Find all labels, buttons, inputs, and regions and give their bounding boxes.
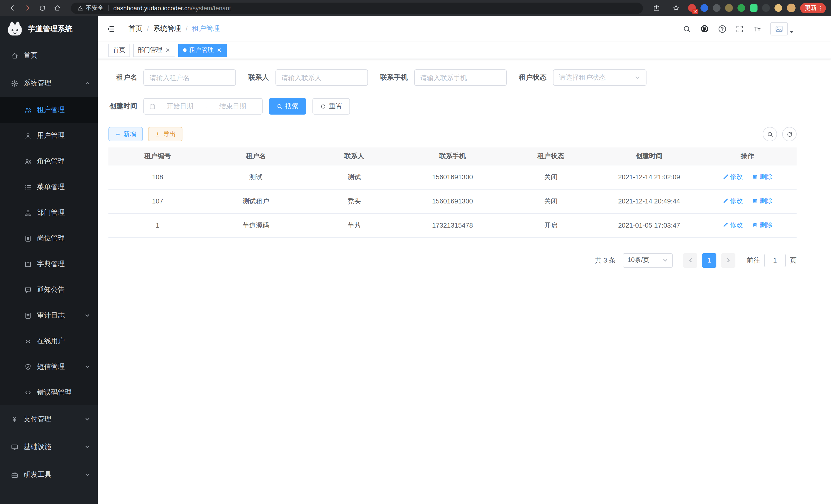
create-time-label: 创建时间	[109, 102, 137, 111]
prev-page-button[interactable]	[683, 253, 697, 267]
edit-link[interactable]: 修改	[722, 197, 743, 206]
font-size-icon[interactable]	[753, 24, 762, 33]
contact-input[interactable]	[275, 69, 368, 86]
delete-link[interactable]: 删除	[752, 173, 772, 181]
page-size-select[interactable]: 10条/页	[623, 253, 673, 267]
filter-row-2: 创建时间 开始日期 - 结束日期 搜索 重置	[109, 98, 797, 115]
fullscreen-icon[interactable]	[736, 24, 744, 33]
security-warning-icon[interactable]	[77, 5, 83, 11]
address-bar[interactable]: 不安全 dashboard.yudao.iocoder.cn/system/te…	[71, 2, 643, 13]
create-time-range-picker[interactable]: 开始日期 - 结束日期	[143, 98, 263, 115]
extension-icon[interactable]	[738, 4, 745, 12]
sidebar-item-home[interactable]: 首页	[0, 41, 98, 69]
cell-id: 107	[109, 189, 207, 213]
cell-phone: 17321315478	[403, 213, 502, 237]
extension-icon[interactable]	[700, 4, 708, 12]
cell-contact: 芋艿	[305, 213, 403, 237]
sidebar-item-audit-log[interactable]: 审计日志	[0, 303, 98, 328]
page-number-button[interactable]: 1	[702, 253, 716, 267]
sidebar-item-label: 基础设施	[24, 442, 51, 452]
delete-label: 删除	[760, 173, 772, 181]
search-button[interactable]: 搜索	[269, 98, 306, 115]
chevron-down-icon	[85, 313, 90, 318]
screen: 不安全 dashboard.yudao.iocoder.cn/system/te…	[0, 0, 831, 504]
phone-input[interactable]	[414, 69, 507, 86]
edit-link[interactable]: 修改	[722, 221, 743, 230]
close-icon[interactable]	[217, 47, 222, 53]
goto-page-input[interactable]	[764, 254, 786, 267]
bookmark-star-icon[interactable]	[672, 4, 680, 12]
column-header-name: 租户名	[207, 147, 305, 165]
breadcrumb-item[interactable]: 首页	[128, 24, 142, 33]
sidebar-item-post[interactable]: 岗位管理	[0, 226, 98, 251]
back-icon[interactable]	[9, 4, 17, 12]
extension-icon[interactable]: 10	[688, 4, 696, 12]
close-icon[interactable]	[165, 47, 171, 53]
user-avatar-dropdown[interactable]	[770, 22, 794, 35]
extension-icon[interactable]	[713, 4, 720, 12]
tab-home[interactable]: 首页	[109, 43, 130, 57]
cell-id: 108	[109, 165, 207, 189]
chevron-left-icon	[687, 258, 693, 263]
sidebar-item-infrastructure[interactable]: 基础设施	[0, 433, 98, 461]
extensions-puzzle-icon[interactable]	[762, 4, 770, 12]
extension-icon[interactable]	[774, 4, 782, 12]
toggle-search-button[interactable]	[763, 127, 777, 141]
sidebar-item-system[interactable]: 系统管理	[0, 69, 98, 97]
github-icon[interactable]	[700, 24, 709, 33]
extension-icon[interactable]	[725, 4, 733, 12]
sidebar-item-menu[interactable]: 菜单管理	[0, 174, 98, 200]
next-page-button[interactable]	[721, 253, 736, 267]
sidebar-item-tenant[interactable]: 租户管理	[0, 97, 98, 123]
total-count: 共 3 条	[595, 256, 616, 265]
sidebar-item-user[interactable]: 用户管理	[0, 123, 98, 148]
breadcrumb-current: 租户管理	[192, 24, 220, 33]
add-button[interactable]: 新增	[109, 127, 143, 141]
date-start-placeholder: 开始日期	[156, 102, 204, 111]
sidebar-item-dict[interactable]: 字典管理	[0, 251, 98, 277]
extension-icon[interactable]	[750, 4, 757, 12]
tab-tenant[interactable]: 租户管理	[178, 43, 227, 57]
tags-view: 首页 部门管理 租户管理	[98, 41, 831, 59]
export-button-label: 导出	[163, 130, 176, 139]
sidebar-item-sms[interactable]: 短信管理	[0, 354, 98, 380]
share-icon[interactable]	[653, 4, 660, 12]
sidebar-item-dev-tools[interactable]: 研发工具	[0, 461, 98, 488]
sidebar-item-payment[interactable]: 支付管理	[0, 405, 98, 433]
tenant-name-input[interactable]	[143, 69, 236, 86]
edit-link[interactable]: 修改	[722, 173, 743, 181]
export-button[interactable]: 导出	[148, 127, 182, 141]
app-logo[interactable]: 芋道管理系统	[0, 16, 98, 41]
chevron-down-icon	[85, 364, 90, 369]
trash-icon	[752, 222, 758, 228]
reset-button[interactable]: 重置	[312, 98, 350, 115]
browser-menu-icon[interactable]	[818, 5, 824, 11]
search-icon[interactable]	[683, 24, 691, 33]
cell-id: 1	[109, 213, 207, 237]
code-icon	[24, 389, 32, 396]
home-icon-browser[interactable]	[53, 4, 61, 12]
sidebar-item-online-users[interactable]: 在线用户	[0, 328, 98, 354]
tab-dept[interactable]: 部门管理	[133, 43, 175, 57]
reload-icon[interactable]	[38, 4, 46, 12]
delete-link[interactable]: 删除	[752, 197, 772, 206]
sidebar-item-role[interactable]: 角色管理	[0, 148, 98, 174]
update-button[interactable]: 更新	[800, 3, 826, 13]
sidebar-menu: 首页 系统管理 租户管理 用户管理	[0, 41, 98, 488]
help-icon[interactable]	[718, 24, 727, 33]
breadcrumb-item[interactable]: 系统管理	[153, 24, 181, 33]
delete-link[interactable]: 删除	[752, 221, 772, 230]
forward-icon[interactable]	[24, 4, 31, 12]
tenant-status-select[interactable]: 请选择租户状态	[553, 69, 646, 86]
sidebar-item-dept[interactable]: 部门管理	[0, 200, 98, 226]
gear-icon	[11, 79, 19, 87]
sidebar-item-error-code[interactable]: 错误码管理	[0, 380, 98, 405]
refresh-table-button[interactable]	[782, 127, 797, 141]
cell-contact: 测试	[305, 165, 403, 189]
sidebar-item-notice[interactable]: 通知公告	[0, 277, 98, 303]
cell-contact: 秃头	[305, 189, 403, 213]
reset-button-label: 重置	[329, 102, 342, 111]
table-header-row: 租户编号 租户名 联系人 联系手机 租户状态 创建时间 操作	[109, 147, 797, 165]
sidebar-toggle-icon[interactable]	[106, 24, 115, 33]
browser-profile-avatar[interactable]	[787, 4, 796, 12]
